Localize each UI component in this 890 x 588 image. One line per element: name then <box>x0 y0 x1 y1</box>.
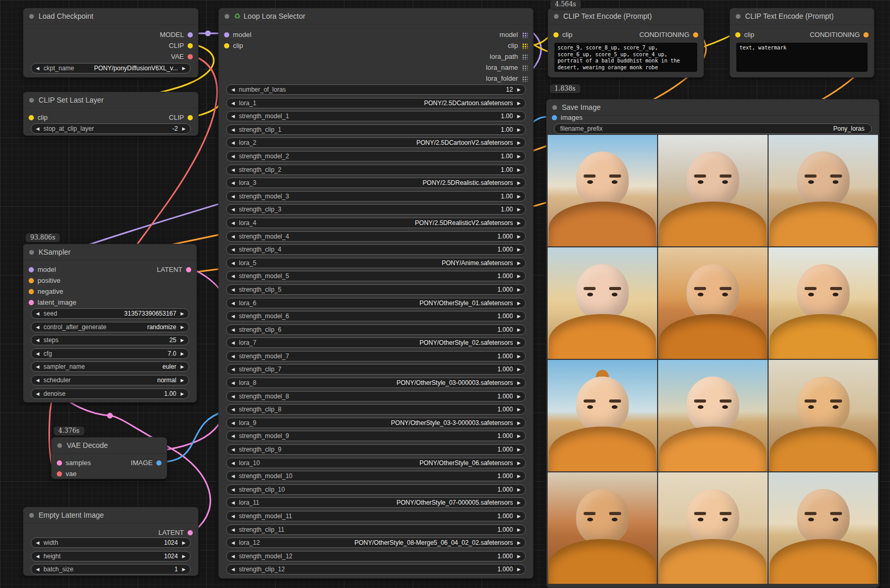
output-port-CLIP[interactable]: CLIP <box>169 112 193 123</box>
node-vae-decode[interactable]: 4.376s VAE Decode samplesvaeIMAGE <box>51 437 167 479</box>
widget-lora_7[interactable]: ◀lora_7PONY/OtherStyle_02.safetensors▶ <box>226 337 526 348</box>
widget-width[interactable]: ◀width1024▶ <box>31 537 191 548</box>
widget-strength_model_8[interactable]: ◀strength_model_81.000▶ <box>226 391 526 402</box>
generated-image-5[interactable] <box>658 247 768 359</box>
input-port-model[interactable]: model <box>29 264 56 275</box>
collapse-dot[interactable] <box>29 250 34 255</box>
input-port-images[interactable]: images <box>552 112 583 123</box>
increment-arrow[interactable]: ▶ <box>516 487 522 492</box>
node-clip-text-encode-negative[interactable]: CLIP Text Encode (Prompt) clipCONDITIONI… <box>730 8 874 78</box>
decrement-arrow[interactable]: ◀ <box>35 351 41 356</box>
increment-arrow[interactable]: ▶ <box>516 127 522 132</box>
generated-image-4[interactable] <box>548 247 657 359</box>
decrement-arrow[interactable]: ◀ <box>35 337 41 343</box>
output-port-lora_name[interactable]: lora_name <box>486 62 528 73</box>
port-dot[interactable] <box>693 32 698 37</box>
output-port-LATENT[interactable]: LATENT <box>158 527 193 538</box>
generated-image-7[interactable] <box>548 360 657 471</box>
node-header[interactable]: CLIP Text Encode (Prompt) <box>730 8 874 24</box>
increment-arrow[interactable]: ▶ <box>516 154 522 159</box>
decrement-arrow[interactable]: ◀ <box>230 247 236 252</box>
output-port-CONDITIONING[interactable]: CONDITIONING <box>810 29 869 40</box>
port-dot[interactable] <box>156 460 162 466</box>
increment-arrow[interactable]: ▶ <box>516 327 522 332</box>
widget-lora_6[interactable]: ◀lora_6PONY/OtherStyle_01.safetensors▶ <box>226 298 526 308</box>
node-header[interactable]: CLIP Set Last Layer <box>23 92 198 108</box>
output-port-lora_path[interactable]: lora_path <box>490 51 528 62</box>
widget-strength_model_10[interactable]: ◀strength_model_101.000▶ <box>226 471 526 481</box>
decrement-arrow[interactable]: ◀ <box>230 380 236 385</box>
increment-arrow[interactable]: ▶ <box>181 540 187 545</box>
collapse-dot[interactable] <box>552 105 557 110</box>
port-dot[interactable] <box>863 32 869 37</box>
decrement-arrow[interactable]: ◀ <box>230 420 236 426</box>
increment-arrow[interactable]: ▶ <box>516 260 522 266</box>
decrement-arrow[interactable]: ◀ <box>230 460 236 466</box>
decrement-arrow[interactable]: ◀ <box>230 167 236 172</box>
increment-arrow[interactable]: ▶ <box>516 394 522 399</box>
port-dot[interactable] <box>29 278 34 283</box>
input-port-negative[interactable]: negative <box>29 286 63 297</box>
widget-strength_model_6[interactable]: ◀strength_model_61.000▶ <box>226 311 526 321</box>
input-port-clip[interactable]: clip <box>29 112 48 123</box>
widget-strength_model_9[interactable]: ◀strength_model_91.000▶ <box>226 431 526 441</box>
collapse-dot[interactable] <box>554 14 559 19</box>
node-empty-latent-image[interactable]: Empty Latent Image LATENT ◀width1024▶◀he… <box>23 507 199 576</box>
decrement-arrow[interactable]: ◀ <box>230 473 236 479</box>
widget-lora_10[interactable]: ◀lora_10PONY/OtherStyle_06.safetensors▶ <box>226 458 526 468</box>
node-ksampler[interactable]: 93.806s KSampler modelpositivenegativela… <box>23 244 197 403</box>
node-header[interactable]: VAE Decode <box>52 437 167 454</box>
decrement-arrow[interactable]: ◀ <box>230 554 236 559</box>
widget-strength_model_11[interactable]: ◀strength_model_111.000▶ <box>226 511 526 521</box>
input-port-clip[interactable]: clip <box>224 40 243 51</box>
widget-ckpt_name[interactable]: ◀ckpt_namePONY/ponyDiffusionV6XL_v...▶ <box>31 63 191 73</box>
increment-arrow[interactable]: ▶ <box>516 194 522 199</box>
widget-strength_clip_8[interactable]: ◀strength_clip_81.000▶ <box>226 404 526 415</box>
increment-arrow[interactable]: ▶ <box>181 66 187 71</box>
decrement-arrow[interactable]: ◀ <box>230 314 236 319</box>
increment-arrow[interactable]: ▶ <box>516 460 522 466</box>
node-clip-set-last-layer[interactable]: CLIP Set Last Layer clipCLIP ◀stop_at_cl… <box>23 92 199 136</box>
collapse-dot[interactable] <box>29 14 34 19</box>
port-dot[interactable] <box>29 300 34 305</box>
increment-arrow[interactable]: ▶ <box>181 567 187 572</box>
increment-arrow[interactable]: ▶ <box>516 567 522 572</box>
increment-arrow[interactable]: ▶ <box>516 433 522 439</box>
increment-arrow[interactable]: ▶ <box>516 101 522 106</box>
node-header[interactable]: KSampler <box>23 244 196 260</box>
input-port-clip[interactable]: clip <box>735 29 755 40</box>
widget-denoise[interactable]: ◀denoise1.00▶ <box>31 389 189 399</box>
decrement-arrow[interactable]: ◀ <box>230 487 236 492</box>
increment-arrow[interactable]: ▶ <box>181 126 187 131</box>
input-port-clip[interactable]: clip <box>553 29 573 40</box>
port-dot[interactable] <box>188 530 193 535</box>
collapse-dot[interactable] <box>29 98 34 103</box>
increment-arrow[interactable]: ▶ <box>516 140 522 145</box>
increment-arrow[interactable]: ▶ <box>516 554 522 559</box>
generated-image-10[interactable] <box>548 472 657 584</box>
port-dot[interactable] <box>552 115 557 120</box>
generated-image-6[interactable] <box>769 247 878 359</box>
decrement-arrow[interactable]: ◀ <box>230 101 236 106</box>
port-dot[interactable] <box>29 267 34 272</box>
widget-strength_model_2[interactable]: ◀strength_model_21.00▶ <box>226 151 526 161</box>
increment-arrow[interactable]: ▶ <box>516 234 522 239</box>
decrement-arrow[interactable]: ◀ <box>230 301 236 306</box>
decrement-arrow[interactable]: ◀ <box>35 391 41 396</box>
increment-arrow[interactable]: ▶ <box>516 287 522 292</box>
increment-arrow[interactable]: ▶ <box>516 354 522 359</box>
decrement-arrow[interactable]: ◀ <box>230 340 236 345</box>
increment-arrow[interactable]: ▶ <box>516 407 522 412</box>
generated-image-11[interactable] <box>658 472 768 584</box>
generated-image-3[interactable] <box>769 135 878 246</box>
decrement-arrow[interactable]: ◀ <box>35 66 41 71</box>
port-dot[interactable] <box>188 115 193 120</box>
increment-arrow[interactable]: ▶ <box>516 527 522 532</box>
increment-arrow[interactable]: ▶ <box>516 167 522 172</box>
increment-arrow[interactable]: ▶ <box>516 114 522 119</box>
widget-lora_2[interactable]: ◀lora_2PONY/2.5DCartoonV2.safetensors▶ <box>226 137 526 148</box>
widget-filename_prefix[interactable]: filename_prefixPony_loras <box>554 123 872 134</box>
generated-image-8[interactable] <box>658 360 768 471</box>
increment-arrow[interactable]: ▶ <box>516 273 522 279</box>
decrement-arrow[interactable]: ◀ <box>230 180 236 185</box>
